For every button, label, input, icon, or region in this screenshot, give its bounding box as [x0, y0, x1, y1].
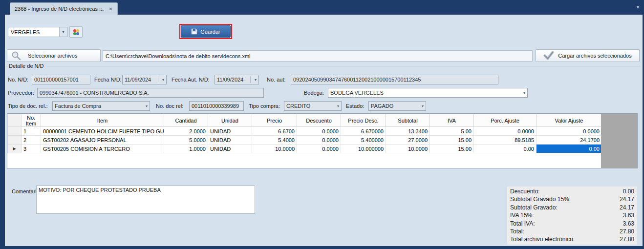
tipo-doc-rel-select[interactable]: Factura de Compra ▾ [52, 101, 150, 111]
totals-label: Subtotal Gravado: [510, 204, 558, 211]
grid-cell[interactable]: 00000001 CEMENTO HOLCIM FUERTE TIPO GU [41, 127, 164, 136]
tab-bar: 2368 - Ingreso de N/D electrónicas ::. ✕… [0, 0, 644, 15]
chevron-down-icon: ▾ [335, 104, 339, 108]
grid-cell[interactable]: 6.670000 [341, 127, 386, 136]
grid-cell[interactable]: 1 [21, 127, 41, 136]
grid-cell[interactable]: 10.0000 [252, 145, 297, 153]
grid-cell[interactable]: 10.0000 [386, 145, 430, 153]
select-files-button[interactable]: Seleccionar archivos [7, 49, 101, 62]
column-header[interactable]: Precio [252, 114, 297, 127]
totals-panel: Descuento:0.00Subtotal Gravado 15%:24.17… [507, 187, 637, 245]
grid-cell[interactable]: 27.0000 [386, 136, 430, 145]
totals-label: Descuento: [510, 187, 540, 195]
fecha-aut-label: Fecha Aut. N/D: [172, 77, 210, 83]
fecha-aut-input[interactable]: 11/09/2024 ▾ [215, 75, 259, 84]
bodega-select[interactable]: BODEGA VERGELES ▾ [328, 88, 528, 98]
grid-cell[interactable]: UNIDAD [208, 136, 252, 145]
grid-cell[interactable]: 0.00 [537, 145, 602, 153]
grid-cell[interactable]: UNIDAD [208, 145, 252, 153]
no-doc-rel-label: No. doc rel: [156, 103, 183, 109]
divider [158, 76, 158, 83]
colors-button[interactable] [69, 26, 83, 38]
table-row[interactable]: 2GST00202 AGASAJO PERSONAL5.0000UNIDAD5.… [8, 136, 602, 145]
tab-ingreso-nd[interactable]: 2368 - Ingreso de N/D electrónicas ::. ✕ [10, 2, 118, 15]
row-indicator-header [8, 114, 21, 127]
app-window: 2368 - Ingreso de N/D electrónicas ::. ✕… [0, 0, 644, 249]
column-header[interactable]: Valor Ajuste [537, 114, 602, 127]
column-header[interactable]: Precio Desc. [341, 114, 386, 127]
proveedor-input[interactable] [37, 88, 264, 98]
estado-select[interactable]: PAGADO ▾ [368, 101, 426, 111]
column-header[interactable]: No. Item [21, 114, 41, 127]
main-panel: VERGELES ▾ Guardar [5, 15, 643, 246]
column-header[interactable]: Porc. Ajuste [474, 114, 537, 127]
no-aut-input[interactable] [291, 75, 498, 84]
grid-cell[interactable]: 2.0000 [164, 127, 208, 136]
comment-textarea[interactable]: MOTIVO: POR CHEQUE PROTESTADO PRUEBA [36, 186, 255, 214]
grid-cell[interactable]: 0.0000 [297, 127, 341, 136]
grid-cell[interactable]: 6.6700 [252, 127, 297, 136]
grid-cell[interactable]: 13.3400 [386, 127, 430, 136]
totals-label: Subtotal Gravado 15%: [510, 195, 571, 203]
chevron-down-icon: ▾ [160, 78, 164, 82]
totals-value: 24.17 [620, 204, 634, 211]
grid-cell[interactable]: GST00202 AGASAJO PERSONAL [41, 136, 164, 145]
chevron-down-icon: ▾ [420, 104, 424, 108]
grid-cell[interactable]: UNIDAD [208, 127, 252, 136]
column-header[interactable]: Cantidad [164, 114, 208, 127]
totals-row: Subtotal Gravado:24.17 [510, 204, 634, 211]
estado-label: Estado: [346, 103, 364, 109]
grid-cell[interactable]: 0.0000 [537, 127, 602, 136]
load-files-button[interactable]: Cargar archivos seleccionados [536, 49, 640, 62]
tipo-doc-rel-label: Tipo de doc. rel.: [8, 103, 48, 109]
no-doc-rel-input[interactable] [189, 101, 244, 111]
grid-cell[interactable]: 89.5185 [474, 136, 537, 145]
branch-select[interactable]: VERGELES ▾ [8, 27, 67, 37]
column-header[interactable]: Subtotal [386, 114, 430, 127]
totals-row: Total archivo electrónico:27.80 [510, 235, 634, 243]
column-header[interactable]: IVA [430, 114, 474, 127]
grid-cell[interactable]: GST00205 COMISION A TERCERO [41, 145, 164, 153]
grid-cell[interactable]: 10.000000 [341, 145, 386, 153]
close-icon[interactable]: ✕ [108, 6, 112, 12]
totals-label: Total IVA: [510, 220, 535, 228]
totals-value: 27.80 [620, 235, 634, 243]
grid-cell[interactable]: 0.00 [474, 145, 537, 153]
tipo-compra-label: Tipo compra: [249, 103, 280, 109]
save-button[interactable]: Guardar [181, 25, 231, 38]
no-nd-label: No. N/D: [8, 77, 28, 83]
tab-title: 2368 - Ingreso de N/D electrónicas ::. [15, 6, 104, 12]
grid-cell[interactable]: 5.00 [430, 127, 474, 136]
chevron-down-icon: ▾ [521, 91, 525, 95]
grid-cell[interactable]: 5.400000 [341, 136, 386, 145]
totals-row: Total IVA:3.63 [510, 220, 634, 228]
grid-cell[interactable]: 1.0000 [164, 145, 208, 153]
grid-cell[interactable]: 5.0000 [164, 136, 208, 145]
grid-filler [601, 114, 637, 168]
grid-cell[interactable]: 0.0000 [474, 127, 537, 136]
grid-cell[interactable]: 3 [21, 145, 41, 153]
tipo-compra-select[interactable]: CREDITO ▾ [284, 101, 342, 111]
file-path-input[interactable] [103, 50, 533, 62]
grid-cell[interactable]: 0.0000 [297, 145, 341, 153]
totals-value: 3.63 [623, 211, 634, 219]
grid-cell[interactable]: 0.0000 [297, 136, 341, 145]
totals-row: Descuento:0.00 [510, 187, 634, 195]
grid-cell[interactable]: 5.4000 [252, 136, 297, 145]
table-row[interactable]: ▶3GST00205 COMISION A TERCERO1.0000UNIDA… [8, 145, 602, 153]
select-files-label: Seleccionar archivos [28, 53, 78, 59]
grid-cell[interactable]: 24.1700 [537, 136, 602, 145]
chevron-down-icon[interactable]: ▾ [637, 4, 639, 10]
totals-value: 24.17 [620, 195, 634, 203]
totals-value: 27.80 [620, 228, 634, 235]
grid-cell[interactable]: 2 [21, 136, 41, 145]
grid-cell[interactable]: 15.00 [430, 145, 474, 153]
column-header[interactable]: Descuento [297, 114, 341, 127]
no-nd-input[interactable] [32, 75, 90, 84]
table-row[interactable]: 100000001 CEMENTO HOLCIM FUERTE TIPO GU2… [8, 127, 602, 136]
fecha-nd-input[interactable]: 11/09/2024 ▾ [122, 75, 167, 84]
column-header[interactable]: Unidad [208, 114, 252, 127]
column-header[interactable]: Item [41, 114, 164, 127]
grid-cell[interactable]: 15.00 [430, 136, 474, 145]
check-icon [543, 51, 554, 61]
